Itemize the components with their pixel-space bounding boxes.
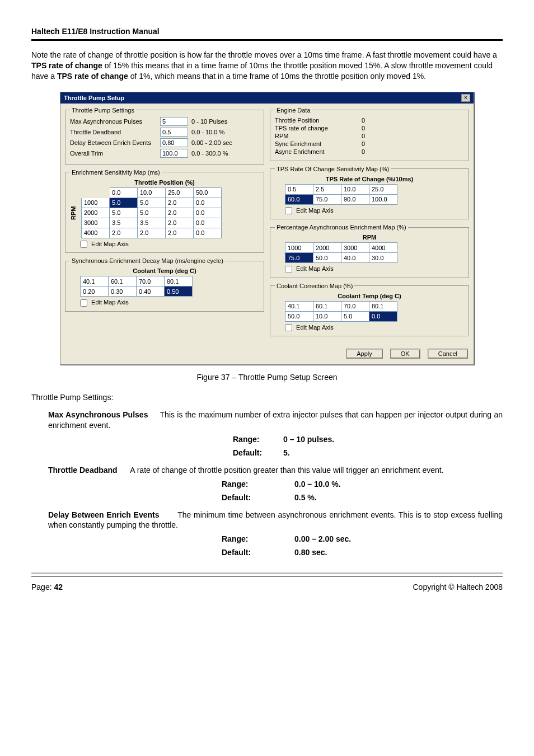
map-col-header[interactable]: 2000 [313,243,341,253]
map-col-header[interactable]: 60.1 [313,301,341,311]
close-button[interactable]: × [461,94,470,102]
map-col-header[interactable]: 70.0 [341,301,369,311]
sync-decay-group: Synchronous Enrichment Decay Map (ms/eng… [65,257,264,312]
enrich-sens-sub: Throttle Position (%) [70,179,259,186]
tps-sens-table[interactable]: 0.52.510.025.060.075.090.0100.0 [285,184,397,205]
map-cell[interactable]: 0.0 [194,228,222,238]
map-col-header[interactable]: 0.5 [285,184,313,194]
map-cell[interactable]: 0.0 [194,218,222,228]
map-cell[interactable]: 5.0 [110,208,138,218]
intro-text-1: Note the rate of change of throttle posi… [31,50,497,59]
cancel-button[interactable]: Cancel [428,349,468,359]
map-cell[interactable]: 0.0 [369,311,397,321]
apply-button[interactable]: Apply [346,349,383,359]
footer: Page: 42 Copyright © Haltech 2008 [31,583,503,591]
map-col-header[interactable]: 25.0 [166,187,194,198]
map-col-header[interactable]: 25.0 [369,184,397,194]
map-cell[interactable]: 50.0 [313,253,341,263]
sync-decay-edit-axis-check[interactable] [80,299,87,307]
map-cell[interactable]: 5.0 [110,198,138,208]
async-enrich-legend: Percentage Asynchronous Enrichment Map (… [275,224,408,231]
engine-row: RPM0 [275,133,464,139]
map-cell[interactable]: 75.0 [313,194,341,204]
map-cell[interactable]: 0.0 [194,198,222,208]
map-col-header[interactable]: 40.1 [285,301,313,311]
map-col-header[interactable]: 70.0 [137,276,165,287]
map-col-header[interactable]: 10.0 [138,187,166,198]
map-cell[interactable]: 5.0 [341,311,369,321]
map-col-header[interactable]: 4000 [369,243,397,253]
map-col-header[interactable]: 1000 [285,243,313,253]
enrich-sens-edit-axis-check[interactable] [80,241,87,248]
map-col-header[interactable]: 10.0 [341,184,369,194]
engine-value: 0 [362,140,365,147]
map-cell[interactable]: 2.0 [166,208,194,218]
map-cell[interactable]: 0.30 [109,287,137,297]
map-col-header[interactable]: 80.1 [165,276,193,287]
map-cell[interactable]: 5.0 [138,198,166,208]
tps-sens-legend: TPS Rate Of Change Sensitivity Map (%) [275,166,391,172]
map-col-header[interactable]: 2.5 [313,184,341,194]
engine-value: 0 [362,125,365,132]
map-cell[interactable]: 0.20 [81,287,109,297]
map-cell[interactable]: 2.0 [110,228,138,238]
delay-default-val: 0.80 sec. [294,548,327,557]
deadband-range: Range: 0.0 – 10.0 %. [31,480,503,489]
map-cell[interactable]: 5.0 [138,208,166,218]
settings-input[interactable] [160,117,188,126]
delay-range-label: Range: [222,534,294,543]
tps-sens-edit-axis-check[interactable] [285,207,292,214]
dialog-titlebar: Throttle Pump Setup × [60,92,474,104]
map-col-header[interactable]: 0.0 [110,187,138,198]
map-cell[interactable]: 0.0 [194,208,222,218]
async-enrich-edit-axis-check[interactable] [285,266,292,273]
map-col-header[interactable]: 3000 [341,243,369,253]
map-cell[interactable]: 60.0 [285,194,313,204]
map-row-header[interactable]: 4000 [82,228,110,238]
map-cell[interactable]: 40.0 [341,253,369,263]
ok-button[interactable]: OK [390,349,420,359]
map-row-header[interactable]: 3000 [82,218,110,228]
settings-range: 0.0 - 10.0 % [191,129,242,135]
sync-decay-edit-axis-label: Edit Map Axis [91,299,129,306]
async-enrich-table[interactable]: 100020003000400075.050.040.030.0 [285,242,397,263]
param-delay: Delay Between Enrich Events The minimum … [48,510,503,530]
map-cell[interactable]: 30.0 [369,253,397,263]
map-cell[interactable]: 3.5 [138,218,166,228]
map-col-header[interactable]: 60.1 [109,276,137,287]
settings-input[interactable] [160,149,188,158]
coolant-corr-edit-axis-check[interactable] [285,324,292,331]
enrich-sens-table[interactable]: 0.010.025.050.010005.05.02.00.020005.05.… [81,187,222,238]
map-cell[interactable]: 2.0 [166,218,194,228]
map-cell[interactable]: 90.0 [341,194,369,204]
tps-sens-edit-axis-label: Edit Map Axis [296,207,334,214]
map-cell[interactable]: 2.0 [166,228,194,238]
tps-sensitivity-group: TPS Rate Of Change Sensitivity Map (%) T… [270,166,469,220]
map-cell[interactable]: 0.40 [137,287,165,297]
map-row-header[interactable]: 2000 [82,208,110,218]
map-cell[interactable]: 2.0 [138,228,166,238]
settings-input[interactable] [160,128,188,137]
section-title: Throttle Pump Settings: [31,393,503,402]
deadband-default-label: Default: [222,493,294,502]
map-cell[interactable]: 0.50 [165,287,193,297]
map-cell[interactable]: 100.0 [369,194,397,204]
engine-label: Throttle Position [275,117,362,124]
map-col-header[interactable]: 50.0 [194,187,222,198]
map-cell[interactable]: 75.0 [285,253,313,263]
settings-label: Throttle Deadband [70,129,157,135]
settings-input[interactable] [160,138,188,147]
coolant-corr-table[interactable]: 40.160.170.080.150.010.05.00.0 [285,301,397,322]
sync-decay-sub: Coolant Temp (deg C) [70,267,259,274]
sync-decay-table[interactable]: 40.160.170.080.10.200.300.400.50 [80,276,193,297]
deadband-default: Default: 0.5 %. [31,493,503,502]
map-cell[interactable]: 3.5 [110,218,138,228]
map-cell[interactable]: 10.0 [313,311,341,321]
map-row-header[interactable]: 1000 [82,198,110,208]
map-cell[interactable]: 50.0 [285,311,313,321]
map-col-header[interactable]: 80.1 [369,301,397,311]
map-cell[interactable]: 2.0 [166,198,194,208]
intro-bold-1: TPS rate of change [31,61,102,70]
max-async-default: Default: 5. [31,448,503,457]
map-col-header[interactable]: 40.1 [81,276,109,287]
